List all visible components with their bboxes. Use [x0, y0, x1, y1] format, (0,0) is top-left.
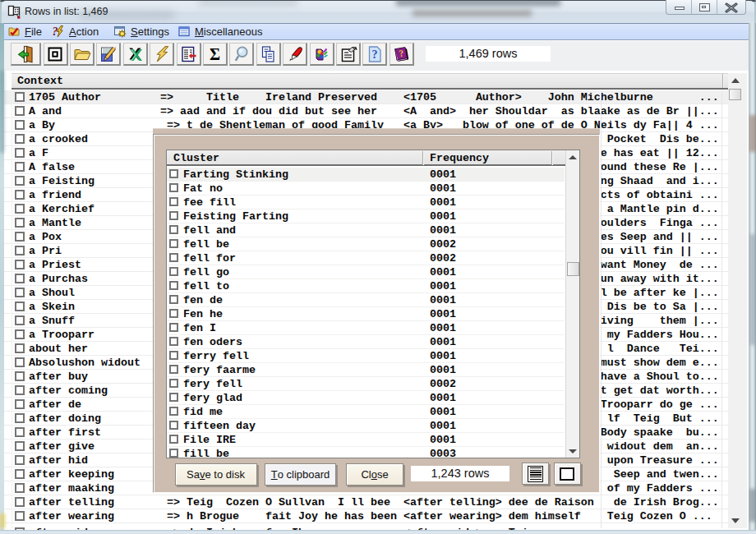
svg-text:?: ?: [371, 48, 377, 61]
